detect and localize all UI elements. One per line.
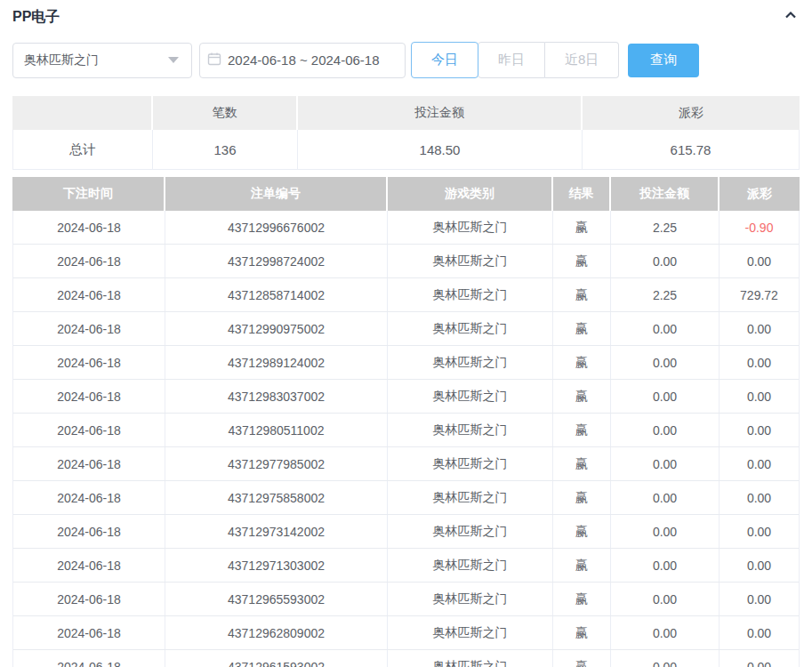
record-bet-number: 43712998724002 [165,245,388,277]
last-8-days-button[interactable]: 近8日 [545,42,619,78]
query-button[interactable]: 查询 [628,44,699,77]
summary-table: 笔数 投注金额 派彩 总计 136 148.50 615.78 [12,96,800,170]
table-row: 2024-06-1843712980511002奥林匹斯之门赢0.000.00 [13,414,799,447]
table-row: 2024-06-1843712962809002奥林匹斯之门赢0.000.00 [13,616,799,650]
record-result: 赢 [553,549,611,582]
record-game-type: 奥林匹斯之门 [388,380,553,413]
record-result: 赢 [553,583,611,615]
record-result: 赢 [553,616,611,649]
record-game-type: 奥林匹斯之门 [388,650,553,667]
summary-header-row: 笔数 投注金额 派彩 [12,96,800,130]
record-payout: 0.00 [720,447,799,480]
caret-down-icon [168,57,179,63]
date-range-value: 2024-06-18 ~ 2024-06-18 [228,52,380,68]
table-row: 2024-06-1843712998724002奥林匹斯之门赢0.000.00 [13,245,799,278]
record-result: 赢 [553,447,611,480]
summary-total-row: 总计 136 148.50 615.78 [12,130,800,170]
records-header-game-type: 游戏类别 [388,177,553,211]
record-game-type: 奥林匹斯之门 [388,515,553,548]
record-payout: 0.00 [720,549,799,582]
record-game-type: 奥林匹斯之门 [388,616,553,649]
summary-header-payout: 派彩 [583,96,800,130]
record-result: 赢 [553,650,611,667]
record-game-type: 奥林匹斯之门 [388,583,553,615]
record-bet-number: 43712975858002 [165,481,388,514]
record-payout: 0.00 [720,312,799,345]
record-bet-amount: 0.00 [611,650,720,667]
table-row: 2024-06-1843712961593002奥林匹斯之门赢0.000.00 [13,650,799,667]
records-table-body: 2024-06-1843712996676002奥林匹斯之门赢2.25-0.90… [12,211,800,667]
record-bet-time: 2024-06-18 [13,278,165,311]
record-bet-amount: 2.25 [611,211,720,244]
game-select[interactable]: 奥林匹斯之门 [12,43,192,78]
table-row: 2024-06-1843712996676002奥林匹斯之门赢2.25-0.90 [13,211,799,245]
calendar-icon [207,52,221,69]
record-bet-amount: 0.00 [611,481,720,514]
record-bet-time: 2024-06-18 [13,515,165,548]
record-bet-amount: 0.00 [611,380,720,413]
filter-toolbar: 奥林匹斯之门 2024-06-18 ~ 2024-06-18 今日 昨日 近8日… [12,42,800,78]
record-game-type: 奥林匹斯之门 [388,278,553,311]
record-game-type: 奥林匹斯之门 [388,447,553,480]
record-result: 赢 [553,278,611,311]
record-payout: 0.00 [720,583,799,615]
records-table: 下注时间 注单编号 游戏类别 结果 投注金额 派彩 2024-06-184371… [12,177,800,667]
betting-records-panel: PP电子 奥林匹斯之门 2024-06-18 ~ 2024-06-18 [0,0,812,667]
summary-total-label: 总计 [13,130,153,169]
record-game-type: 奥林匹斯之门 [388,245,553,277]
record-bet-time: 2024-06-18 [13,616,165,649]
record-bet-number: 43712996676002 [165,211,388,244]
record-bet-time: 2024-06-18 [13,650,165,667]
record-bet-number: 43712989124002 [165,346,388,379]
record-bet-time: 2024-06-18 [13,211,165,244]
record-payout: 0.00 [720,616,799,649]
record-bet-number: 43712965593002 [165,583,388,615]
record-bet-time: 2024-06-18 [13,414,165,446]
records-header-bet-amount: 投注金额 [611,177,720,211]
record-result: 赢 [553,346,611,379]
record-bet-amount: 0.00 [611,583,720,615]
record-bet-number: 43712977985002 [165,447,388,480]
record-bet-number: 43712980511002 [165,414,388,446]
summary-header-count: 笔数 [153,96,298,130]
record-result: 赢 [553,414,611,446]
summary-header-blank [12,96,153,130]
game-select-value: 奥林匹斯之门 [24,52,99,68]
table-row: 2024-06-1843712965593002奥林匹斯之门赢0.000.00 [13,583,799,616]
table-row: 2024-06-1843712858714002奥林匹斯之门赢2.25729.7… [13,278,799,312]
record-payout: 0.00 [720,414,799,446]
collapse-panel-button[interactable] [782,8,800,26]
summary-total-count: 136 [153,130,298,169]
record-payout: 0.00 [720,245,799,277]
today-button[interactable]: 今日 [411,42,478,78]
records-header-bet-number: 注单编号 [165,177,388,211]
record-payout: 0.00 [720,380,799,413]
record-result: 赢 [553,211,611,244]
record-payout: 0.00 [720,515,799,548]
record-bet-amount: 2.25 [611,278,720,311]
table-row: 2024-06-1843712983037002奥林匹斯之门赢0.000.00 [13,380,799,414]
yesterday-button[interactable]: 昨日 [478,42,545,78]
record-game-type: 奥林匹斯之门 [388,346,553,379]
panel-header: PP电子 [12,0,800,27]
record-bet-time: 2024-06-18 [13,312,165,345]
record-bet-number: 43712983037002 [165,380,388,413]
record-game-type: 奥林匹斯之门 [388,549,553,582]
record-bet-number: 43712973142002 [165,515,388,548]
record-result: 赢 [553,481,611,514]
summary-total-bet-amount: 148.50 [298,130,583,169]
date-range-picker[interactable]: 2024-06-18 ~ 2024-06-18 [199,43,406,78]
record-bet-number: 43712962809002 [165,616,388,649]
table-row: 2024-06-1843712990975002奥林匹斯之门赢0.000.00 [13,312,799,346]
record-bet-time: 2024-06-18 [13,447,165,480]
record-bet-number: 43712971303002 [165,549,388,582]
record-result: 赢 [553,312,611,345]
record-bet-amount: 0.00 [611,616,720,649]
record-bet-number: 43712990975002 [165,312,388,345]
record-bet-time: 2024-06-18 [13,549,165,582]
record-bet-number: 43712858714002 [165,278,388,311]
record-payout: 0.00 [720,346,799,379]
record-bet-amount: 0.00 [611,549,720,582]
chevron-up-icon [784,8,798,26]
records-header-result: 结果 [553,177,611,211]
